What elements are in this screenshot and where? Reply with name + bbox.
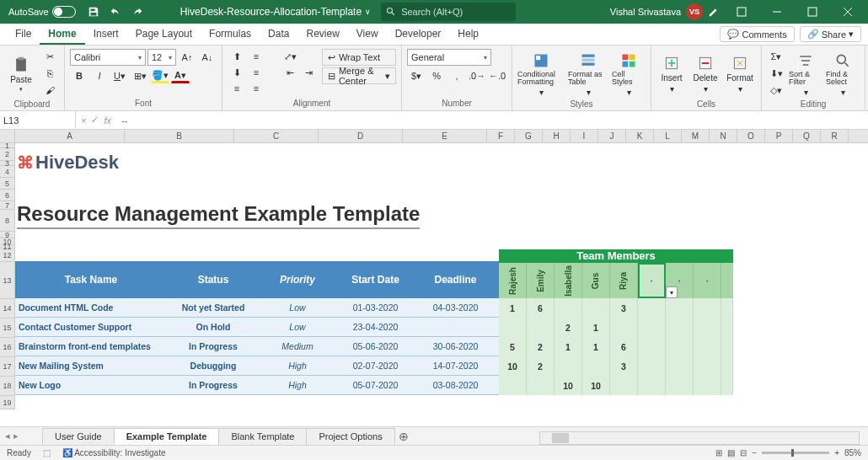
- comma-icon[interactable]: ,: [447, 68, 466, 83]
- sheet-tab[interactable]: Project Options: [306, 428, 394, 445]
- next-sheet-icon[interactable]: ▸: [13, 431, 19, 441]
- table-row[interactable]: 163: [499, 298, 733, 318]
- add-sheet-button[interactable]: ⊕: [394, 430, 413, 443]
- save-icon[interactable]: [84, 3, 103, 21]
- table-row[interactable]: Contact Customer SupportOn HoldLow23-04-…: [15, 318, 542, 337]
- increase-font-icon[interactable]: A↑: [178, 50, 196, 65]
- clear-icon[interactable]: ◇▾: [767, 83, 785, 98]
- decrease-font-icon[interactable]: A↓: [198, 50, 217, 65]
- decrease-decimal-icon[interactable]: ←.0: [488, 68, 506, 83]
- decrease-indent-icon[interactable]: ⇤: [281, 65, 300, 80]
- tab-home[interactable]: Home: [40, 24, 84, 45]
- cancel-formula-icon[interactable]: ×: [81, 115, 86, 126]
- increase-indent-icon[interactable]: ⇥: [300, 65, 319, 80]
- underline-button[interactable]: U▾: [110, 68, 129, 83]
- conditional-formatting-button[interactable]: Conditional Formatting▾: [517, 49, 565, 99]
- border-button[interactable]: ⊞▾: [131, 68, 149, 83]
- macro-record-icon[interactable]: ⬚: [43, 448, 51, 457]
- search-input[interactable]: Search (Alt+Q): [381, 3, 516, 21]
- view-pagebreak-icon[interactable]: ⊟: [740, 448, 747, 457]
- sheet-tab[interactable]: Example Template: [114, 428, 220, 445]
- font-size-combo[interactable]: 12: [147, 49, 176, 66]
- view-layout-icon[interactable]: ▤: [727, 448, 735, 457]
- select-all-corner[interactable]: [0, 130, 15, 143]
- formula-input[interactable]: --: [116, 115, 868, 126]
- comments-button[interactable]: 💬 Comments: [720, 26, 794, 42]
- copy-icon[interactable]: ⎘: [40, 66, 59, 81]
- team-member-header[interactable]: Emily: [527, 263, 555, 298]
- number-format-combo[interactable]: General: [407, 49, 491, 66]
- prev-sheet-icon[interactable]: ◂: [5, 431, 10, 441]
- align-left-icon[interactable]: ≡: [247, 65, 265, 80]
- paste-button[interactable]: Paste▾: [5, 49, 37, 99]
- format-cells-button[interactable]: Format▾: [724, 49, 756, 99]
- cell-styles-button[interactable]: Cell Styles▾: [612, 49, 646, 99]
- team-member-header[interactable]: Isabella: [555, 263, 582, 298]
- fx-icon[interactable]: fx: [104, 115, 111, 126]
- align-middle-icon[interactable]: ≡: [247, 49, 265, 64]
- zoom-slider[interactable]: [762, 452, 829, 454]
- align-bottom-icon[interactable]: ⬇: [228, 65, 246, 80]
- name-box[interactable]: L13: [0, 111, 76, 129]
- share-button[interactable]: 🔗 Share ▾: [800, 26, 861, 42]
- tab-developer[interactable]: Developer: [387, 24, 450, 45]
- tab-file[interactable]: File: [7, 24, 40, 45]
- table-row[interactable]: New LogoIn ProgressHigh05-07-202003-08-2…: [15, 376, 542, 395]
- avatar[interactable]: VS: [686, 3, 703, 20]
- percent-icon[interactable]: %: [427, 68, 446, 83]
- tab-review[interactable]: Review: [297, 24, 347, 45]
- minimize-icon[interactable]: [760, 0, 794, 24]
- delete-cells-button[interactable]: Delete▾: [690, 49, 721, 99]
- autosave-toggle[interactable]: AutoSave: [3, 4, 81, 19]
- merge-center-button[interactable]: ⊟ Merge & Center ▾: [322, 67, 396, 84]
- team-member-header[interactable]: ·: [638, 263, 666, 298]
- view-normal-icon[interactable]: ⊞: [715, 448, 722, 457]
- enter-formula-icon[interactable]: ✓: [91, 115, 99, 126]
- font-name-combo[interactable]: Calibri: [70, 49, 146, 66]
- sort-filter-button[interactable]: Sort & Filter▾: [789, 49, 822, 99]
- table-row[interactable]: New Mailing SystemDebuggingHigh02-07-202…: [15, 356, 542, 376]
- tab-help[interactable]: Help: [449, 24, 487, 45]
- user-name[interactable]: Vishal Srivastava: [610, 7, 681, 17]
- row-headers[interactable]: 12345678910111213141516171819: [0, 143, 15, 409]
- close-icon[interactable]: [831, 0, 865, 24]
- italic-button[interactable]: I: [90, 68, 109, 83]
- undo-icon[interactable]: [106, 3, 125, 21]
- fill-icon[interactable]: ⬇▾: [767, 66, 785, 81]
- cut-icon[interactable]: ✂: [40, 49, 59, 64]
- find-select-button[interactable]: Find & Select▾: [826, 49, 860, 99]
- tab-insert[interactable]: Insert: [85, 24, 127, 45]
- wrap-text-button[interactable]: ↩ Wrap Text: [322, 49, 396, 66]
- table-row[interactable]: 1010: [499, 376, 733, 395]
- currency-icon[interactable]: $▾: [407, 68, 426, 83]
- orientation-icon[interactable]: ⤢▾: [281, 49, 300, 64]
- align-top-icon[interactable]: ⬆: [228, 49, 246, 64]
- fill-color-button[interactable]: 🪣▾: [151, 68, 169, 83]
- sheet-tab[interactable]: User Guide: [42, 428, 115, 445]
- align-center-icon[interactable]: ≡: [228, 81, 246, 96]
- team-member-header[interactable]: Rajesh: [499, 263, 527, 298]
- table-row[interactable]: Brainstorm front-end templatesIn Progres…: [15, 337, 542, 356]
- font-color-button[interactable]: A▾: [171, 68, 190, 83]
- tab-view[interactable]: View: [348, 24, 387, 45]
- insert-cells-button[interactable]: Insert▾: [656, 49, 687, 99]
- bold-button[interactable]: B: [70, 68, 88, 83]
- table-row[interactable]: 21: [499, 318, 733, 337]
- dropdown-arrow-icon[interactable]: ▾: [666, 286, 678, 298]
- sheet-tab[interactable]: Blank Template: [218, 428, 307, 445]
- table-row[interactable]: Document HTML CodeNot yet StartedLow01-0…: [15, 298, 542, 318]
- team-member-header[interactable]: ·: [694, 263, 721, 298]
- increase-decimal-icon[interactable]: .0→: [468, 68, 486, 83]
- tab-data[interactable]: Data: [260, 24, 297, 45]
- team-member-header[interactable]: Gus: [582, 263, 610, 298]
- document-title[interactable]: HiveDesk-Resource-Allocation-Template∨: [180, 6, 371, 18]
- autosum-icon[interactable]: Σ▾: [767, 49, 785, 64]
- ribbon-options-icon[interactable]: [725, 0, 758, 24]
- horizontal-scrollbar[interactable]: [539, 431, 860, 445]
- zoom-level[interactable]: 85%: [844, 448, 861, 457]
- format-table-button[interactable]: Format as Table▾: [568, 49, 608, 99]
- tab-page-layout[interactable]: Page Layout: [127, 24, 201, 45]
- spreadsheet-grid[interactable]: ABCDEFGHIJKLMNOPQR 123456789101112131415…: [0, 130, 868, 421]
- format-painter-icon[interactable]: 🖌: [40, 83, 59, 98]
- zoom-in-icon[interactable]: +: [834, 448, 839, 457]
